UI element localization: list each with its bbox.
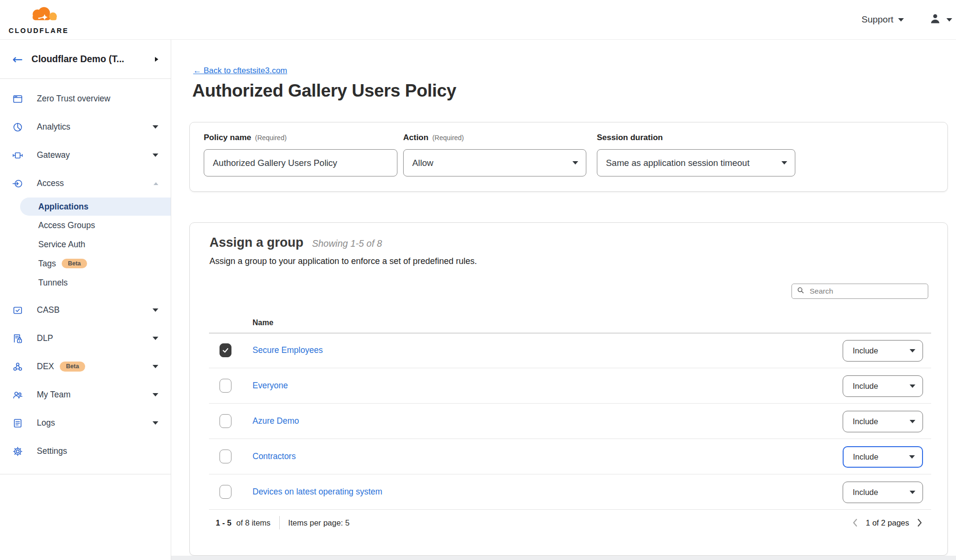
search-icon [797,286,804,296]
support-menu[interactable]: Support [861,14,904,25]
user-menu[interactable] [929,12,952,27]
cloudflare-logo[interactable]: CLOUDFLARE [9,5,69,34]
table-row: EveryoneInclude [190,368,947,404]
sidebar: ← Cloudflare Demo (T... Zero Trust overv… [0,40,171,560]
person-icon [929,12,942,27]
include-dropdown[interactable]: Include [843,375,923,397]
pagination: 1 of 2 pages [851,517,923,528]
include-dropdown[interactable]: Include [843,411,923,432]
cloudflare-cloud-icon [9,5,67,26]
group-table: Secure EmployeesIncludeEveryoneIncludeAz… [190,333,947,510]
items-total: of 8 items [236,518,271,527]
account-switcher[interactable]: ← Cloudflare Demo (T... [0,40,171,79]
sidebar-item-dex[interactable]: DEXBeta [0,352,171,381]
action-select[interactable]: Allow [403,149,586,176]
sidebar-item-applications[interactable]: Applications [20,198,171,216]
include-dropdown-value: Include [853,382,878,391]
sidebar-item-casb[interactable]: CASB [0,296,171,324]
group-name-link[interactable]: Azure Demo [253,416,299,426]
chevron-left-icon[interactable] [851,517,859,528]
zero-trust-overview-icon [12,94,23,104]
sidebar-item-label: Gateway [37,150,153,160]
assign-group-description: Assign a group to your application to en… [209,256,477,266]
group-name-link[interactable]: Secure Employees [253,345,323,355]
group-name-link[interactable]: Contractors [253,451,296,461]
sidebar-item-label: Zero Trust overview [37,94,158,104]
sidebar-item-access[interactable]: Access [0,169,171,198]
sidebar-nav: Zero Trust overviewAnalyticsGatewayAcces… [0,79,171,465]
row-checkbox[interactable] [220,379,231,393]
sidebar-item-gateway[interactable]: Gateway [0,141,171,169]
session-duration-select[interactable]: Same as application session timeout [597,149,795,176]
include-dropdown[interactable]: Include [843,446,923,468]
sidebar-item-label: Service Auth [38,240,85,250]
sidebar-item-settings[interactable]: Settings [0,437,171,465]
items-per-page: Items per page: 5 [288,518,350,527]
sidebar-item-label: My Team [37,390,153,400]
sidebar-item-my-team[interactable]: My Team [0,381,171,409]
back-to-site-link[interactable]: ← Back to cftestsite3.com [193,66,287,76]
showing-count: Showing 1-5 of 8 [312,238,382,249]
table-row: Secure EmployeesInclude [190,333,947,368]
sidebar-item-zero-trust-overview[interactable]: Zero Trust overview [0,85,171,113]
page-title: Authorized Gallery Users Policy [192,81,456,101]
chevron-right-icon[interactable] [916,517,923,528]
sidebar-item-label: Access [37,178,154,188]
assign-group-title: Assign a groupShowing 1-5 of 8 [209,235,382,250]
sidebar-item-label: Access Groups [38,220,95,231]
page-indicator: 1 of 2 pages [866,518,909,527]
my-team-icon [12,390,23,400]
chevron-down-icon [910,384,915,388]
table-row: Azure DemoInclude [190,404,947,439]
table-row: Devices on latest operating systemInclud… [190,474,947,510]
items-range: 1 - 5 [216,518,231,527]
search-input[interactable] [809,286,923,296]
sidebar-item-label: DLP [37,333,153,343]
sidebar-item-label: DEXBeta [37,362,153,372]
sidebar-item-access-groups[interactable]: Access Groups [0,216,171,235]
session-duration-label: Session duration [597,133,663,143]
include-dropdown-value: Include [853,417,878,426]
policy-name-label: Policy name [204,133,251,143]
session-duration-value: Same as application session timeout [606,158,749,168]
top-header: CLOUDFLARE Support [0,0,956,40]
include-dropdown[interactable]: Include [843,340,923,362]
sidebar-item-dlp[interactable]: DLP [0,324,171,352]
row-checkbox[interactable] [220,414,231,428]
access-icon [12,178,23,189]
chevron-down-icon [910,420,915,423]
sidebar-divider [0,474,171,474]
sidebar-item-logs[interactable]: Logs [0,409,171,437]
action-label: Action [403,133,429,143]
policy-name-input[interactable] [204,149,397,176]
support-label: Support [861,14,893,25]
dex-icon [12,362,23,372]
chevron-down-icon [153,393,158,396]
group-name-link[interactable]: Everyone [253,381,288,391]
row-checkbox-checked[interactable] [220,343,231,357]
include-dropdown[interactable]: Include [843,482,923,503]
beta-badge: Beta [60,362,85,372]
sidebar-item-label: Logs [37,418,153,428]
row-checkbox[interactable] [220,485,231,499]
sidebar-item-tunnels[interactable]: Tunnels [0,273,171,292]
account-name: Cloudflare Demo (T... [32,54,155,65]
sidebar-item-service-auth[interactable]: Service Auth [0,235,171,254]
chevron-down-icon [153,308,158,312]
chevron-down-icon [910,349,915,352]
group-name-link[interactable]: Devices on latest operating system [253,487,382,497]
sidebar-item-analytics[interactable]: Analytics [0,113,171,141]
row-checkbox[interactable] [220,450,231,463]
chevron-up-icon [154,182,158,185]
chevron-down-icon [781,161,787,165]
settings-icon [12,446,23,457]
sidebar-item-label: Analytics [37,122,153,132]
action-value: Allow [412,158,433,168]
sidebar-item-tags[interactable]: TagsBeta [0,254,171,273]
sidebar-item-label: Tunnels [38,278,68,288]
group-search[interactable] [791,284,928,299]
sidebar-item-label: Settings [37,446,158,456]
chevron-down-icon [153,337,158,340]
back-arrow-icon[interactable]: ← [12,53,23,66]
assign-group-card: Assign a groupShowing 1-5 of 8 Assign a … [189,222,948,556]
